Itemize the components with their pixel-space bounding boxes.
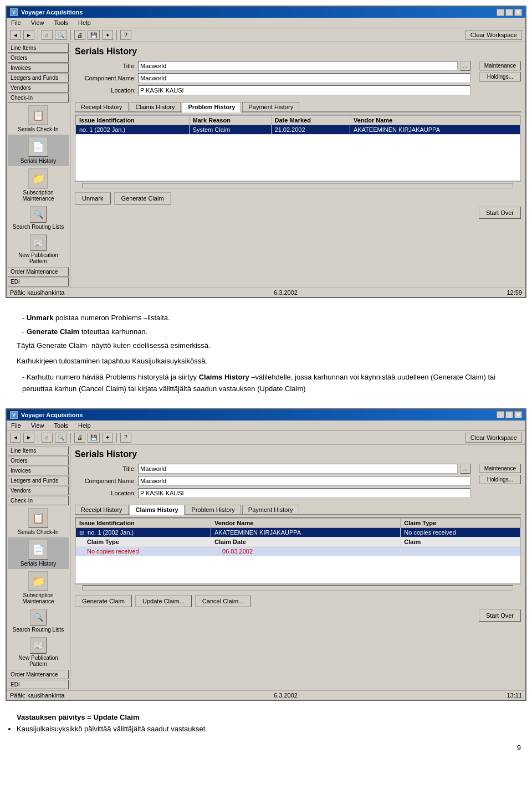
sidebar2-ledgers[interactable]: Ledgers and Funds <box>8 476 69 485</box>
home-btn-2[interactable]: ⌂ <box>42 433 53 443</box>
menu-file-2[interactable]: File <box>9 422 23 429</box>
sidebar-subscription[interactable]: 📁 Subscription Maintenance <box>8 166 69 204</box>
title-input[interactable] <box>138 61 458 71</box>
clear-workspace-btn-1[interactable]: Clear Workspace <box>466 30 522 40</box>
hscroll-1[interactable] <box>75 181 521 189</box>
sidebar-invoices[interactable]: Invoices <box>8 63 69 73</box>
issue-text-2: no. 1 (2002 Jan.) <box>88 529 134 536</box>
sidebar2-new-pub[interactable]: 📰 New Publication Pattern <box>8 635 69 669</box>
start-over-btn-2[interactable]: Start Over <box>479 609 521 622</box>
close-btn-2[interactable]: ✕ <box>514 411 522 418</box>
minimize-btn-1[interactable]: _ <box>497 9 504 16</box>
tab-receipt-history-1[interactable]: Receipt History <box>75 102 129 111</box>
generate-claim-btn-1[interactable]: Generate Claim <box>114 192 171 204</box>
hscroll-track-1[interactable] <box>83 183 513 188</box>
sidebar2-order-maint[interactable]: Order Maintenance <box>8 670 69 679</box>
tab-claims-history-1[interactable]: Claims History <box>130 102 181 111</box>
sidebar-ledgers[interactable]: Ledgers and Funds <box>8 73 69 83</box>
sidebar2-search-routing[interactable]: 🔍 Search Routing Lists <box>8 607 69 635</box>
tab-payment-history-1[interactable]: Payment History <box>242 102 299 111</box>
sidebar-vendors[interactable]: Vendors <box>8 83 69 93</box>
sidebar-serials-history[interactable]: 📄 Serials History <box>8 135 69 166</box>
claims-table-row-1[interactable]: ⊟ no. 1 (2002 Jan.) AKATEEMINEN KIRJAKAU… <box>76 527 520 537</box>
sidebar2-checkin[interactable]: Check-In <box>8 496 69 505</box>
menu-file-1[interactable]: File <box>9 19 23 27</box>
title-input-2[interactable] <box>138 464 458 474</box>
fwd-btn-2[interactable]: ► <box>23 433 34 443</box>
sidebar2-serials-history[interactable]: 📄 Serials History <box>8 537 69 569</box>
holdings-btn-1[interactable]: Holdings... <box>479 72 521 81</box>
menu-help-2[interactable]: Help <box>76 422 93 429</box>
location-input-2[interactable] <box>138 488 470 498</box>
maximize-btn-1[interactable]: □ <box>505 9 513 16</box>
sidebar-order-maint[interactable]: Order Maintenance <box>8 267 69 276</box>
menu-help-1[interactable]: Help <box>76 19 93 27</box>
back-btn-2[interactable]: ◄ <box>10 433 21 443</box>
generate-claim-btn-2[interactable]: Generate Claim <box>75 595 132 607</box>
update-claim-btn[interactable]: Update Claim... <box>135 595 192 607</box>
sidebar-line-items[interactable]: Line Items <box>8 43 69 53</box>
maintenance-btn-2[interactable]: Maintenance <box>479 464 521 473</box>
sidebar2-serials-checkin[interactable]: 📋 Serials Check-In <box>8 506 69 537</box>
location-input[interactable] <box>138 85 470 95</box>
menu-tools-2[interactable]: Tools <box>52 422 70 429</box>
print-btn-2[interactable]: 🖨 <box>74 433 85 443</box>
minimize-btn-2[interactable]: _ <box>497 411 504 418</box>
back-btn-1[interactable]: ◄ <box>10 30 21 40</box>
sidebar-checkin[interactable]: Check-In <box>8 93 69 102</box>
clear-workspace-btn-2[interactable]: Clear Workspace <box>466 433 522 443</box>
hscroll-track-2[interactable] <box>83 585 513 591</box>
sidebar-orders[interactable]: Orders <box>8 53 69 63</box>
sidebar2-line-items[interactable]: Line Items <box>8 446 69 455</box>
new-btn-1[interactable]: ✦ <box>102 30 113 40</box>
claims-subdata-row[interactable]: No copies received 06.03.2002 <box>76 546 520 556</box>
new-btn-2[interactable]: ✦ <box>102 433 113 443</box>
app-icon-2: V <box>10 411 18 419</box>
print-btn-1[interactable]: 🖨 <box>74 30 85 40</box>
close-btn-1[interactable]: ✕ <box>514 9 522 16</box>
fwd-btn-1[interactable]: ► <box>23 30 34 40</box>
tab-receipt-history-2[interactable]: Receipt History <box>75 505 129 514</box>
component-input-2[interactable] <box>138 476 470 486</box>
title-browse-btn[interactable]: ... <box>460 61 470 71</box>
sidebar2-vendors[interactable]: Vendors <box>8 486 69 495</box>
sidebar2-orders[interactable]: Orders <box>8 456 69 465</box>
toolbar-2: ◄ ► ⌂ 🔍 🖨 💾 ✦ ? Clear Workspace <box>7 431 525 445</box>
sidebar2-subscription[interactable]: 📁 Subscription Maintenance <box>8 569 69 607</box>
maintenance-btn-1[interactable]: Maintenance <box>479 61 521 70</box>
sidebar-new-pub[interactable]: 📰 New Publication Pattern <box>8 232 69 266</box>
tab-problem-history-2[interactable]: Problem History <box>186 505 241 514</box>
component-input[interactable] <box>138 73 470 83</box>
help-icon-btn-1[interactable]: ? <box>120 30 131 40</box>
search-btn-2[interactable]: 🔍 <box>55 433 67 443</box>
tab-claims-history-2[interactable]: Claims History <box>130 505 185 515</box>
sidebar2-edi[interactable]: EDI <box>8 680 69 689</box>
menu-tools-1[interactable]: Tools <box>52 19 70 27</box>
title-browse-btn-2[interactable]: ... <box>460 464 470 474</box>
tab-problem-history-1[interactable]: Problem History <box>182 102 241 112</box>
unmark-btn[interactable]: Unmark <box>75 192 111 204</box>
menu-view-2[interactable]: View <box>29 422 47 429</box>
hscroll-2[interactable] <box>75 584 521 592</box>
search-btn-1[interactable]: 🔍 <box>55 30 67 40</box>
sidebar-edi[interactable]: EDI <box>8 277 69 286</box>
start-over-btn-1[interactable]: Start Over <box>479 207 521 219</box>
generate-bold: Generate Claim <box>27 327 79 336</box>
menu-view-1[interactable]: View <box>29 19 47 27</box>
sidebar-search-routing[interactable]: 🔍 Search Routing Lists <box>8 204 69 232</box>
bottom-bullet-list: Kausijulkaisuyksikkö päivittää välittäjä… <box>17 724 526 735</box>
window-controls-2: _ □ ✕ <box>497 411 522 418</box>
sidebar-serials-checkin[interactable]: 📋 Serials Check-In <box>8 103 69 135</box>
maximize-btn-2[interactable]: □ <box>505 411 513 418</box>
tab-payment-history-2[interactable]: Payment History <box>242 505 299 514</box>
data-table-container-2: Issue Identification Vendor Name Claim T… <box>75 517 521 584</box>
cancel-claim-btn[interactable]: Cancel Claim... <box>195 595 251 607</box>
sidebar2-invoices[interactable]: Invoices <box>8 466 69 475</box>
cell-issue-2: ⊟ no. 1 (2002 Jan.) <box>76 527 211 537</box>
holdings-btn-2[interactable]: Holdings... <box>479 475 521 484</box>
home-btn-1[interactable]: ⌂ <box>42 30 53 40</box>
save-btn-1[interactable]: 💾 <box>88 30 100 40</box>
table-row-1[interactable]: no. 1 (2002 Jan.) System Claim 21.02.200… <box>76 125 520 135</box>
help-icon-btn-2[interactable]: ? <box>120 433 131 443</box>
save-btn-2[interactable]: 💾 <box>88 433 100 443</box>
